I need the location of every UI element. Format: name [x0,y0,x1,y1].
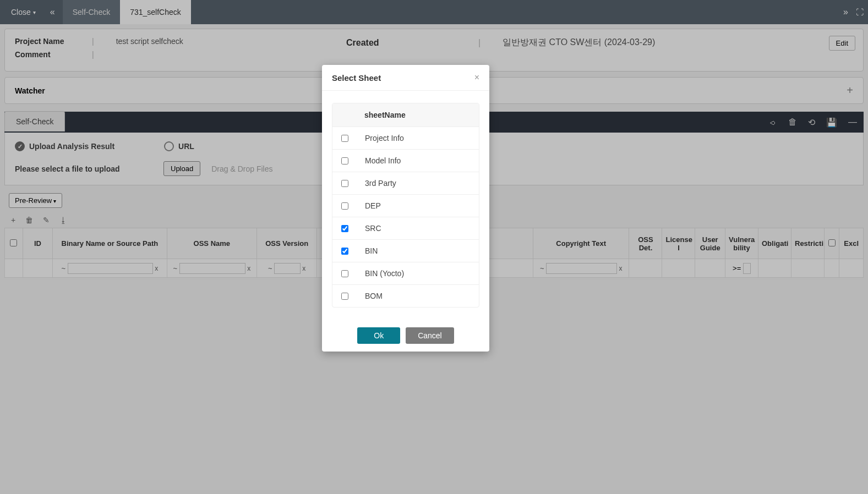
sheet-row[interactable]: Project Info [332,127,479,150]
sheet-row[interactable]: SRC [332,217,479,240]
sheet-checkbox[interactable] [341,248,348,255]
ok-button[interactable]: Ok [357,327,400,344]
sheet-checkbox[interactable] [341,293,348,300]
sheet-checkbox[interactable] [341,225,348,232]
sheet-checkbox[interactable] [341,135,348,142]
modal-header: Select Sheet × [322,65,489,91]
sheet-list: sheetName Project InfoModel Info3rd Part… [332,103,479,308]
select-sheet-modal: Select Sheet × sheetName Project InfoMod… [322,65,489,352]
sheet-checkbox[interactable] [341,180,348,187]
sheet-name: SRC [365,224,381,233]
modal-footer: Ok Cancel [322,320,489,352]
cancel-button[interactable]: Cancel [406,327,454,344]
sheet-name: 3rd Party [365,179,396,188]
sheet-name: BIN (Yocto) [365,269,404,278]
modal-body: sheetName Project InfoModel Info3rd Part… [322,91,489,320]
sheet-list-header: sheetName [332,103,479,127]
sheet-row[interactable]: 3rd Party [332,172,479,195]
sheet-checkbox[interactable] [341,202,348,210]
sheet-row[interactable]: Model Info [332,150,479,172]
sheet-name: Project Info [365,134,404,142]
sheet-name: BIN [365,246,378,255]
sheet-row[interactable]: BIN [332,240,479,262]
sheet-name: DEP [365,201,381,210]
sheet-checkbox[interactable] [341,157,348,164]
sheet-name: BOM [365,292,383,300]
sheet-checkbox[interactable] [341,270,348,277]
close-icon[interactable]: × [474,73,479,83]
sheet-row[interactable]: DEP [332,195,479,217]
sheet-row[interactable]: BOM [332,285,479,307]
sheet-row[interactable]: BIN (Yocto) [332,262,479,285]
modal-title: Select Sheet [332,73,381,83]
sheet-name: Model Info [365,156,401,165]
